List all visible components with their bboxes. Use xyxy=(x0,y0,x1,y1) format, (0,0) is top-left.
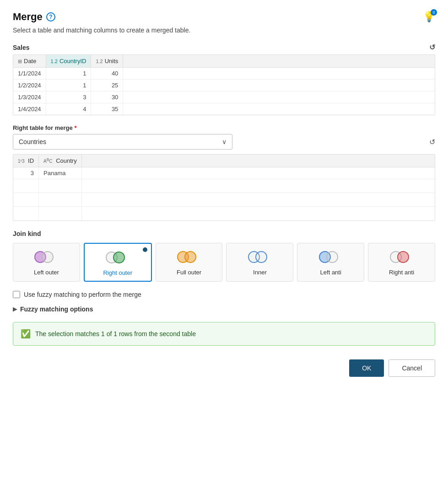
join-card-right-anti[interactable]: Right anti xyxy=(368,243,435,282)
sales-col-date[interactable]: ⊞Date xyxy=(13,55,46,68)
date-col-icon: ⊞ xyxy=(18,59,22,64)
join-card-right-outer[interactable]: Right outer xyxy=(84,243,152,282)
units-cell: 40 xyxy=(91,68,123,80)
lightbulb-button[interactable]: 💡 0 xyxy=(423,11,435,23)
table-row: 1/2/2024 1 25 xyxy=(13,80,435,91)
dropdown-arrow-icon: ∨ xyxy=(222,138,227,145)
lightbulb-badge: 0 xyxy=(431,9,437,16)
ok-button[interactable]: OK xyxy=(349,359,384,377)
title-group: Merge ? xyxy=(13,11,55,23)
fuzzy-options-row[interactable]: ▶ Fuzzy matching options xyxy=(13,305,435,313)
left-anti-venn xyxy=(319,250,343,264)
empty-row xyxy=(13,207,435,220)
left-outer-label: Left outer xyxy=(34,269,59,276)
countries-col-country[interactable]: ABC Country xyxy=(39,155,82,167)
success-banner: ✅ The selection matches 1 of 1 rows from… xyxy=(13,322,435,346)
empty-cell xyxy=(81,167,435,179)
empty-cell xyxy=(81,193,435,207)
inner-label: Inner xyxy=(253,269,267,276)
units-col-icon: 1.2 xyxy=(96,59,103,64)
sales-refresh-icon[interactable]: ↺ xyxy=(429,43,435,52)
page-title: Merge xyxy=(13,11,43,23)
join-kind-label: Join kind xyxy=(13,230,435,237)
empty-cell xyxy=(39,193,82,207)
right-anti-venn xyxy=(390,250,414,264)
dropdown-row: Countries ∨ ↺ xyxy=(13,134,435,150)
date-cell: 1/4/2024 xyxy=(13,103,46,115)
right-outer-venn xyxy=(106,250,130,265)
required-star: * xyxy=(74,124,76,131)
table-row: 3 Panama xyxy=(13,167,435,179)
sales-col-empty xyxy=(123,55,435,68)
selected-indicator xyxy=(142,246,148,253)
empty-cell xyxy=(39,179,82,193)
units-cell: 25 xyxy=(91,80,123,91)
id-col-icon: 1²3 xyxy=(18,159,24,164)
date-cell: 1/2/2024 xyxy=(13,80,46,91)
countries-table-wrapper: 1²3 ID ABC Country 3 Panama xyxy=(13,154,435,221)
join-card-inner[interactable]: Inner xyxy=(226,243,293,282)
success-message: The selection matches 1 of 1 rows from t… xyxy=(35,330,196,337)
subtitle: Select a table and matching columns to c… xyxy=(13,27,435,34)
empty-cell xyxy=(123,91,435,103)
countryid-col-icon: 1.2 xyxy=(51,59,58,64)
empty-cell xyxy=(81,207,435,220)
right-outer-label: Right outer xyxy=(103,269,132,276)
table-row: 1/4/2024 4 35 xyxy=(13,103,435,115)
fuzzy-checkbox[interactable] xyxy=(13,291,20,298)
fuzzy-row: Use fuzzy matching to perform the merge xyxy=(13,291,435,298)
right-table-dropdown[interactable]: Countries ∨ xyxy=(13,134,232,150)
sales-table-wrapper: ⊞Date 1.2CountryID 1.2Units 1/1/2024 1 4… xyxy=(13,54,435,115)
join-card-full-outer[interactable]: Full outer xyxy=(156,243,223,282)
sales-col-units[interactable]: 1.2Units xyxy=(91,55,123,68)
cancel-button[interactable]: Cancel xyxy=(389,359,435,377)
units-cell: 35 xyxy=(91,103,123,115)
empty-row xyxy=(13,193,435,207)
empty-cell xyxy=(123,80,435,91)
right-anti-label: Right anti xyxy=(389,269,414,276)
sales-section-header: Sales ↺ xyxy=(13,43,435,52)
left-anti-label: Left anti xyxy=(320,269,341,276)
countryid-cell: 1 xyxy=(46,80,91,91)
table-row: 1/3/2024 3 30 xyxy=(13,91,435,103)
id-cell: 3 xyxy=(13,167,39,179)
countries-col-id[interactable]: 1²3 ID xyxy=(13,155,39,167)
countries-col-empty xyxy=(81,155,435,167)
inner-venn xyxy=(248,250,272,264)
empty-cell xyxy=(39,207,82,220)
empty-cell xyxy=(81,179,435,193)
countries-table: 1²3 ID ABC Country 3 Panama xyxy=(13,155,435,220)
join-kind-grid: Left outer Right outer Full outer Inner … xyxy=(13,243,435,282)
date-cell: 1/1/2024 xyxy=(13,68,46,80)
country-cell: Panama xyxy=(39,167,82,179)
fuzzy-options-chevron-icon: ▶ xyxy=(13,305,17,312)
countryid-cell: 1 xyxy=(46,68,91,80)
sales-label: Sales xyxy=(13,44,30,51)
date-cell: 1/3/2024 xyxy=(13,91,46,103)
empty-cell xyxy=(13,193,39,207)
empty-cell xyxy=(13,179,39,193)
sales-col-countryid[interactable]: 1.2CountryID xyxy=(46,55,91,68)
fuzzy-options-label: Fuzzy matching options xyxy=(20,305,93,313)
join-card-left-outer[interactable]: Left outer xyxy=(13,243,80,282)
country-col-icon: ABC xyxy=(43,159,52,164)
fuzzy-checkbox-label[interactable]: Use fuzzy matching to perform the merge xyxy=(24,291,141,298)
right-table-refresh-icon[interactable]: ↺ xyxy=(429,138,435,146)
countryid-cell: 3 xyxy=(46,91,91,103)
help-icon[interactable]: ? xyxy=(46,12,55,21)
countryid-cell: 4 xyxy=(46,103,91,115)
success-checkmark-icon: ✅ xyxy=(21,329,31,339)
full-outer-label: Full outer xyxy=(177,269,201,276)
dropdown-value: Countries xyxy=(19,138,46,145)
left-outer-venn xyxy=(34,250,58,264)
table-row: 1/1/2024 1 40 xyxy=(13,68,435,80)
empty-cell xyxy=(123,103,435,115)
join-card-left-anti[interactable]: Left anti xyxy=(297,243,364,282)
right-table-label: Right table for merge * xyxy=(13,124,435,131)
units-cell: 30 xyxy=(91,91,123,103)
empty-cell xyxy=(123,68,435,80)
empty-row xyxy=(13,179,435,193)
full-outer-venn xyxy=(177,250,201,264)
sales-table: ⊞Date 1.2CountryID 1.2Units 1/1/2024 1 4… xyxy=(13,55,435,115)
empty-cell xyxy=(13,207,39,220)
